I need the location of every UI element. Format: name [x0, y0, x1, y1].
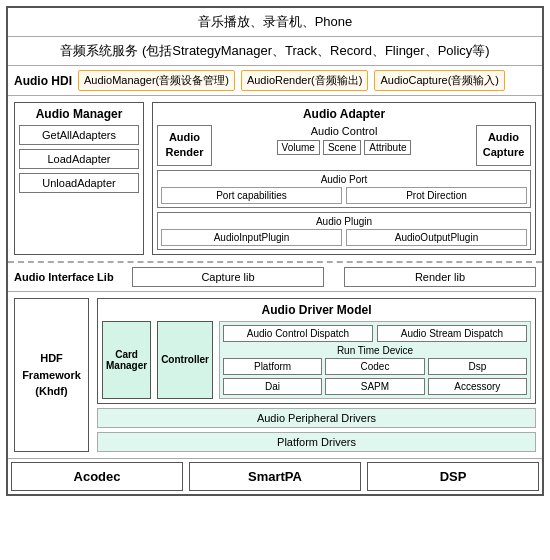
- driver-inner: Audio Driver Model CardManager Controlle…: [97, 298, 536, 404]
- hdi-row: Audio HDI AudioManager(音频设备管理) AudioRend…: [8, 66, 542, 96]
- audio-plugin-label: Audio Plugin: [161, 216, 527, 227]
- smartpa-item: SmartPA: [189, 462, 361, 491]
- top-bar-1-text: 音乐播放、录音机、Phone: [198, 14, 353, 29]
- ctrl-badges: Volume Scene Attribute: [218, 140, 470, 155]
- acodec-item: Acodec: [11, 462, 183, 491]
- audio-control-area: Audio Control Volume Scene Attribute: [218, 125, 470, 166]
- audio-control-label: Audio Control: [218, 125, 470, 137]
- audio-input-plugin: AudioInputPlugin: [161, 229, 342, 246]
- sapm-item: SAPM: [325, 378, 424, 395]
- platform-drivers-row: Platform Drivers: [97, 432, 536, 452]
- audio-control-dispatch: Audio Control Dispatch: [223, 325, 373, 342]
- hdf-framework-box: HDFFramework(Khdf): [14, 298, 89, 452]
- dsp-item: Dsp: [428, 358, 527, 375]
- plugin-row: AudioInputPlugin AudioOutputPlugin: [161, 229, 527, 246]
- dai-item: Dai: [223, 378, 322, 395]
- top-bar-1: 音乐播放、录音机、Phone: [8, 8, 542, 37]
- dispatch-row: Audio Control Dispatch Audio Stream Disp…: [223, 325, 527, 342]
- hdi-label: Audio HDI: [14, 74, 72, 88]
- controller-box: Controller: [157, 321, 213, 399]
- iface-items: Capture lib Render lib: [132, 267, 536, 287]
- load-adapter: LoadAdapter: [19, 149, 139, 169]
- audio-plugin-section: Audio Plugin AudioInputPlugin AudioOutpu…: [157, 212, 531, 250]
- scene-badge: Scene: [323, 140, 361, 155]
- adapter-top-row: AudioRender Audio Control Volume Scene A…: [157, 125, 531, 166]
- attribute-badge: Attribute: [364, 140, 411, 155]
- lower-section: HDFFramework(Khdf) Audio Driver Model Ca…: [8, 292, 542, 459]
- peripheral-drivers-row: Audio Peripheral Drivers: [97, 408, 536, 428]
- audio-port-label: Audio Port: [161, 174, 527, 185]
- hdi-badge-render: AudioRender(音频输出): [241, 70, 369, 91]
- audio-adapter-title: Audio Adapter: [157, 107, 531, 121]
- audio-manager-title: Audio Manager: [19, 107, 139, 121]
- top-bar-2: 音频系统服务 (包括StrategyManager、Track、Record、F…: [8, 37, 542, 66]
- interface-lib-row: Audio Interface Lib Capture lib Render l…: [8, 263, 542, 292]
- main-container: 音乐播放、录音机、Phone 音频系统服务 (包括StrategyManager…: [6, 6, 544, 496]
- audio-render-text: AudioRender: [166, 131, 204, 158]
- prot-direction: Prot Direction: [346, 187, 527, 204]
- upper-section: Audio Manager GetAllAdapters LoadAdapter…: [8, 96, 542, 263]
- audio-render-box: AudioRender: [157, 125, 212, 166]
- dispatch-runtime: Audio Control Dispatch Audio Stream Disp…: [219, 321, 531, 399]
- driver-model-title: Audio Driver Model: [102, 303, 531, 317]
- capture-lib: Capture lib: [132, 267, 324, 287]
- hdf-label: HDFFramework(Khdf): [22, 350, 81, 400]
- volume-badge: Volume: [277, 140, 320, 155]
- platform-item: Platform: [223, 358, 322, 375]
- driver-mid-row: CardManager Controller Audio Control Dis…: [102, 321, 531, 399]
- hdi-badge-manager: AudioManager(音频设备管理): [78, 70, 235, 91]
- unload-adapter: UnloadAdapter: [19, 173, 139, 193]
- audio-output-plugin: AudioOutputPlugin: [346, 229, 527, 246]
- runtime-label: Run Time Device: [223, 345, 527, 356]
- get-all-adapters: GetAllAdapters: [19, 125, 139, 145]
- audio-capture-text: AudioCapture: [483, 131, 525, 158]
- audio-port-section: Audio Port Port capabilities Prot Direct…: [157, 170, 531, 208]
- port-capabilities: Port capabilities: [161, 187, 342, 204]
- controller-text: Controller: [161, 354, 209, 365]
- port-row: Port capabilities Prot Direction: [161, 187, 527, 204]
- interface-lib-label: Audio Interface Lib: [14, 271, 124, 283]
- render-lib: Render lib: [344, 267, 536, 287]
- audio-manager-box: Audio Manager GetAllAdapters LoadAdapter…: [14, 102, 144, 255]
- accessory-item: Accessory: [428, 378, 527, 395]
- audio-capture-box: AudioCapture: [476, 125, 531, 166]
- driver-right: Audio Driver Model CardManager Controlle…: [97, 298, 536, 452]
- card-manager-text: CardManager: [106, 349, 147, 371]
- dsp-bottom-item: DSP: [367, 462, 539, 491]
- bottom-row: Acodec SmartPA DSP: [8, 459, 542, 494]
- codec-item: Codec: [325, 358, 424, 375]
- audio-adapter-box: Audio Adapter AudioRender Audio Control …: [152, 102, 536, 255]
- hdi-badge-capture: AudioCapture(音频输入): [374, 70, 505, 91]
- top-bar-2-text: 音频系统服务 (包括StrategyManager、Track、Record、F…: [60, 43, 489, 58]
- audio-stream-dispatch: Audio Stream Dispatch: [377, 325, 527, 342]
- runtime-grid: Platform Codec Dsp Dai SAPM Accessory: [223, 358, 527, 395]
- card-manager-box: CardManager: [102, 321, 151, 399]
